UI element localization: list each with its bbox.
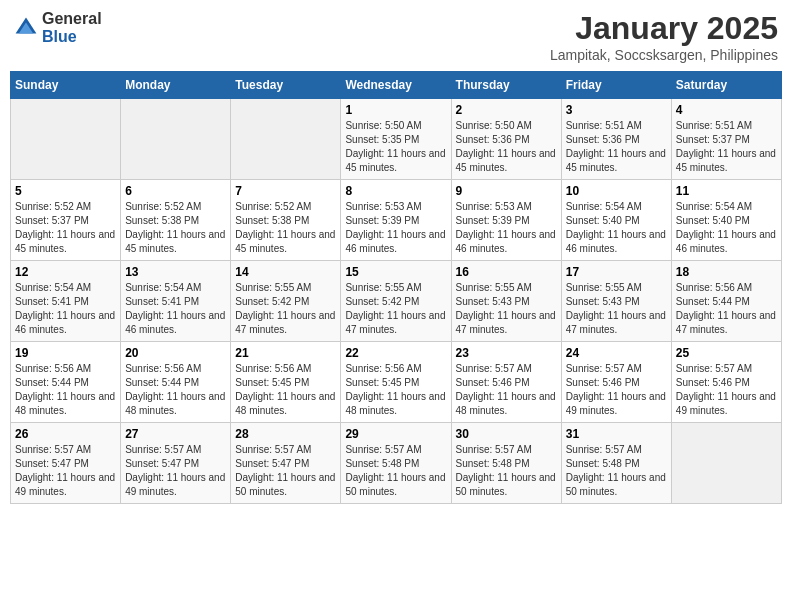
calendar-cell: 23Sunrise: 5:57 AMSunset: 5:46 PMDayligh… — [451, 342, 561, 423]
calendar-cell: 2Sunrise: 5:50 AMSunset: 5:36 PMDaylight… — [451, 99, 561, 180]
weekday-header-row: SundayMondayTuesdayWednesdayThursdayFrid… — [11, 72, 782, 99]
day-number: 23 — [456, 346, 557, 360]
calendar-cell — [11, 99, 121, 180]
day-info: Sunrise: 5:54 AMSunset: 5:41 PMDaylight:… — [15, 281, 116, 337]
day-info: Sunrise: 5:52 AMSunset: 5:38 PMDaylight:… — [125, 200, 226, 256]
calendar-cell: 29Sunrise: 5:57 AMSunset: 5:48 PMDayligh… — [341, 423, 451, 504]
day-number: 18 — [676, 265, 777, 279]
calendar-cell: 12Sunrise: 5:54 AMSunset: 5:41 PMDayligh… — [11, 261, 121, 342]
day-number: 24 — [566, 346, 667, 360]
calendar-table: SundayMondayTuesdayWednesdayThursdayFrid… — [10, 71, 782, 504]
day-number: 6 — [125, 184, 226, 198]
day-number: 5 — [15, 184, 116, 198]
calendar-cell — [231, 99, 341, 180]
calendar-subtitle: Lampitak, Soccsksargen, Philippines — [550, 47, 778, 63]
calendar-cell: 16Sunrise: 5:55 AMSunset: 5:43 PMDayligh… — [451, 261, 561, 342]
day-number: 27 — [125, 427, 226, 441]
calendar-title: January 2025 — [550, 10, 778, 47]
day-number: 19 — [15, 346, 116, 360]
calendar-week-row: 5Sunrise: 5:52 AMSunset: 5:37 PMDaylight… — [11, 180, 782, 261]
calendar-week-row: 19Sunrise: 5:56 AMSunset: 5:44 PMDayligh… — [11, 342, 782, 423]
calendar-cell: 21Sunrise: 5:56 AMSunset: 5:45 PMDayligh… — [231, 342, 341, 423]
weekday-header-tuesday: Tuesday — [231, 72, 341, 99]
day-info: Sunrise: 5:52 AMSunset: 5:38 PMDaylight:… — [235, 200, 336, 256]
day-info: Sunrise: 5:56 AMSunset: 5:44 PMDaylight:… — [125, 362, 226, 418]
day-number: 17 — [566, 265, 667, 279]
title-block: January 2025 Lampitak, Soccsksargen, Phi… — [550, 10, 778, 63]
calendar-cell: 8Sunrise: 5:53 AMSunset: 5:39 PMDaylight… — [341, 180, 451, 261]
day-info: Sunrise: 5:55 AMSunset: 5:42 PMDaylight:… — [235, 281, 336, 337]
calendar-cell: 28Sunrise: 5:57 AMSunset: 5:47 PMDayligh… — [231, 423, 341, 504]
day-info: Sunrise: 5:57 AMSunset: 5:46 PMDaylight:… — [566, 362, 667, 418]
calendar-cell: 10Sunrise: 5:54 AMSunset: 5:40 PMDayligh… — [561, 180, 671, 261]
day-number: 16 — [456, 265, 557, 279]
day-number: 26 — [15, 427, 116, 441]
logo-text: General Blue — [42, 10, 102, 45]
calendar-cell: 18Sunrise: 5:56 AMSunset: 5:44 PMDayligh… — [671, 261, 781, 342]
day-number: 20 — [125, 346, 226, 360]
day-info: Sunrise: 5:56 AMSunset: 5:44 PMDaylight:… — [676, 281, 777, 337]
day-info: Sunrise: 5:57 AMSunset: 5:46 PMDaylight:… — [456, 362, 557, 418]
calendar-cell: 13Sunrise: 5:54 AMSunset: 5:41 PMDayligh… — [121, 261, 231, 342]
day-number: 1 — [345, 103, 446, 117]
day-number: 22 — [345, 346, 446, 360]
calendar-cell: 11Sunrise: 5:54 AMSunset: 5:40 PMDayligh… — [671, 180, 781, 261]
day-number: 7 — [235, 184, 336, 198]
day-number: 9 — [456, 184, 557, 198]
day-info: Sunrise: 5:57 AMSunset: 5:47 PMDaylight:… — [235, 443, 336, 499]
logo: General Blue — [14, 10, 102, 45]
calendar-cell — [671, 423, 781, 504]
weekday-header-monday: Monday — [121, 72, 231, 99]
calendar-cell: 1Sunrise: 5:50 AMSunset: 5:35 PMDaylight… — [341, 99, 451, 180]
calendar-cell: 20Sunrise: 5:56 AMSunset: 5:44 PMDayligh… — [121, 342, 231, 423]
calendar-cell: 5Sunrise: 5:52 AMSunset: 5:37 PMDaylight… — [11, 180, 121, 261]
day-number: 29 — [345, 427, 446, 441]
calendar-cell: 22Sunrise: 5:56 AMSunset: 5:45 PMDayligh… — [341, 342, 451, 423]
calendar-cell: 17Sunrise: 5:55 AMSunset: 5:43 PMDayligh… — [561, 261, 671, 342]
calendar-cell: 26Sunrise: 5:57 AMSunset: 5:47 PMDayligh… — [11, 423, 121, 504]
day-info: Sunrise: 5:52 AMSunset: 5:37 PMDaylight:… — [15, 200, 116, 256]
weekday-header-friday: Friday — [561, 72, 671, 99]
day-number: 21 — [235, 346, 336, 360]
day-number: 10 — [566, 184, 667, 198]
day-info: Sunrise: 5:54 AMSunset: 5:40 PMDaylight:… — [566, 200, 667, 256]
day-info: Sunrise: 5:53 AMSunset: 5:39 PMDaylight:… — [456, 200, 557, 256]
day-info: Sunrise: 5:56 AMSunset: 5:45 PMDaylight:… — [235, 362, 336, 418]
day-number: 30 — [456, 427, 557, 441]
calendar-week-row: 1Sunrise: 5:50 AMSunset: 5:35 PMDaylight… — [11, 99, 782, 180]
logo-blue: Blue — [42, 28, 102, 46]
calendar-cell: 27Sunrise: 5:57 AMSunset: 5:47 PMDayligh… — [121, 423, 231, 504]
weekday-header-saturday: Saturday — [671, 72, 781, 99]
calendar-cell: 9Sunrise: 5:53 AMSunset: 5:39 PMDaylight… — [451, 180, 561, 261]
day-info: Sunrise: 5:55 AMSunset: 5:43 PMDaylight:… — [456, 281, 557, 337]
calendar-cell: 7Sunrise: 5:52 AMSunset: 5:38 PMDaylight… — [231, 180, 341, 261]
day-number: 12 — [15, 265, 116, 279]
logo-general: General — [42, 10, 102, 28]
day-info: Sunrise: 5:51 AMSunset: 5:37 PMDaylight:… — [676, 119, 777, 175]
calendar-cell: 6Sunrise: 5:52 AMSunset: 5:38 PMDaylight… — [121, 180, 231, 261]
day-info: Sunrise: 5:57 AMSunset: 5:47 PMDaylight:… — [125, 443, 226, 499]
calendar-cell: 3Sunrise: 5:51 AMSunset: 5:36 PMDaylight… — [561, 99, 671, 180]
calendar-cell: 4Sunrise: 5:51 AMSunset: 5:37 PMDaylight… — [671, 99, 781, 180]
day-number: 11 — [676, 184, 777, 198]
day-info: Sunrise: 5:51 AMSunset: 5:36 PMDaylight:… — [566, 119, 667, 175]
weekday-header-sunday: Sunday — [11, 72, 121, 99]
day-number: 13 — [125, 265, 226, 279]
day-info: Sunrise: 5:54 AMSunset: 5:40 PMDaylight:… — [676, 200, 777, 256]
page-header: General Blue January 2025 Lampitak, Socc… — [10, 10, 782, 63]
day-info: Sunrise: 5:57 AMSunset: 5:48 PMDaylight:… — [345, 443, 446, 499]
day-number: 2 — [456, 103, 557, 117]
calendar-cell — [121, 99, 231, 180]
day-info: Sunrise: 5:55 AMSunset: 5:43 PMDaylight:… — [566, 281, 667, 337]
calendar-cell: 24Sunrise: 5:57 AMSunset: 5:46 PMDayligh… — [561, 342, 671, 423]
calendar-cell: 19Sunrise: 5:56 AMSunset: 5:44 PMDayligh… — [11, 342, 121, 423]
day-number: 31 — [566, 427, 667, 441]
logo-icon — [14, 16, 38, 40]
calendar-cell: 25Sunrise: 5:57 AMSunset: 5:46 PMDayligh… — [671, 342, 781, 423]
day-number: 28 — [235, 427, 336, 441]
day-info: Sunrise: 5:57 AMSunset: 5:47 PMDaylight:… — [15, 443, 116, 499]
weekday-header-thursday: Thursday — [451, 72, 561, 99]
day-info: Sunrise: 5:50 AMSunset: 5:36 PMDaylight:… — [456, 119, 557, 175]
day-info: Sunrise: 5:53 AMSunset: 5:39 PMDaylight:… — [345, 200, 446, 256]
day-info: Sunrise: 5:56 AMSunset: 5:45 PMDaylight:… — [345, 362, 446, 418]
